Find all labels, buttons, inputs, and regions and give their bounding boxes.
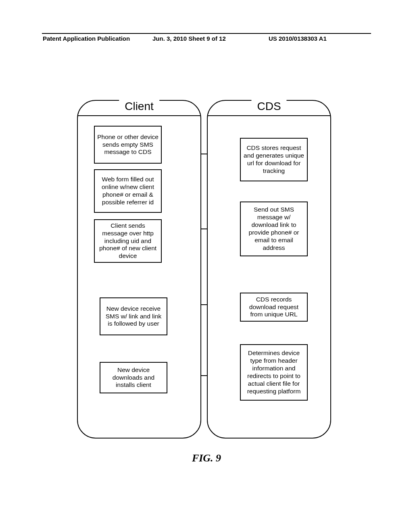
client-box-2: Web form filled out online w/new client … <box>94 169 162 213</box>
header-center: Jun. 3, 2010 Sheet 9 of 12 <box>152 35 226 42</box>
client-title: Client <box>125 100 154 112</box>
cds-box-1: CDS stores request and generates unique … <box>240 138 308 181</box>
client-box-4: New device receive SMS w/ link and link … <box>100 297 167 335</box>
client-column: Client Phone or other device sends empty… <box>77 100 201 438</box>
figure-caption: FIG. 9 <box>0 452 413 464</box>
client-title-wrap: Client <box>119 100 159 113</box>
cds-box-4: Determines device type from header infor… <box>240 344 308 401</box>
cds-box-3: CDS records download request from unique… <box>240 293 308 322</box>
header-separator <box>42 33 371 34</box>
header-left: Patent Application Publication <box>43 35 130 42</box>
header-right: US 2010/0138303 A1 <box>269 35 327 42</box>
cds-underline <box>208 115 330 116</box>
client-box-5: New device downloads and installs client <box>100 362 167 393</box>
client-box-3: Client sends message over http including… <box>94 219 162 263</box>
cds-title-wrap: CDS <box>251 100 286 113</box>
client-box-1: Phone or other device sends empty SMS me… <box>94 126 162 164</box>
cds-column: CDS CDS stores request and generates uni… <box>207 100 331 438</box>
client-underline <box>78 115 200 116</box>
cds-title: CDS <box>257 100 281 112</box>
cds-box-2: Send out SMS message w/ download link to… <box>240 202 308 256</box>
diagram-stage: Client Phone or other device sends empty… <box>77 100 331 438</box>
